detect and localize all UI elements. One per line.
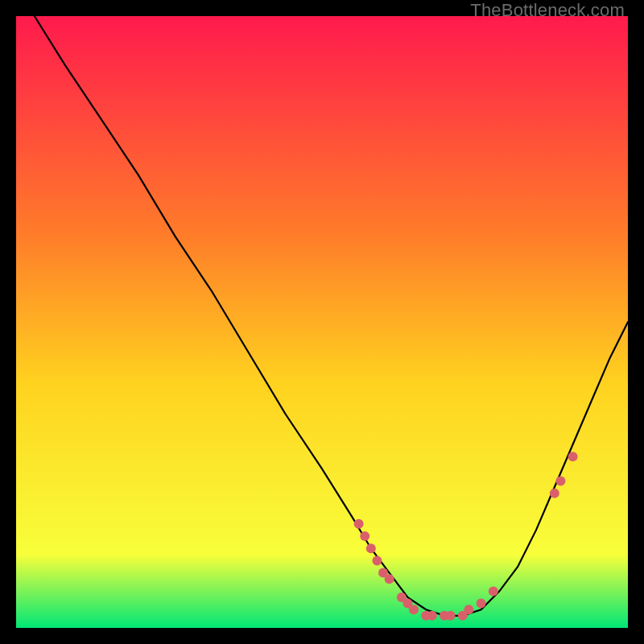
- marker-point: [489, 586, 498, 596]
- marker-point: [372, 555, 382, 565]
- marker-point: [477, 599, 486, 609]
- marker-point: [360, 531, 369, 541]
- marker-point: [409, 605, 419, 614]
- marker-point: [385, 574, 394, 584]
- chart-svg: [16, 16, 628, 628]
- marker-point: [366, 543, 376, 553]
- watermark-text: TheBottleneck.com: [470, 0, 625, 21]
- marker-point: [550, 489, 559, 498]
- marker-point: [555, 477, 565, 486]
- marker-point: [354, 519, 364, 529]
- marker-point: [568, 452, 578, 461]
- marker-point: [446, 611, 456, 621]
- chart-frame: [16, 16, 628, 628]
- marker-point: [464, 605, 473, 614]
- marker-point: [427, 611, 437, 621]
- gradient-background: [16, 16, 628, 628]
